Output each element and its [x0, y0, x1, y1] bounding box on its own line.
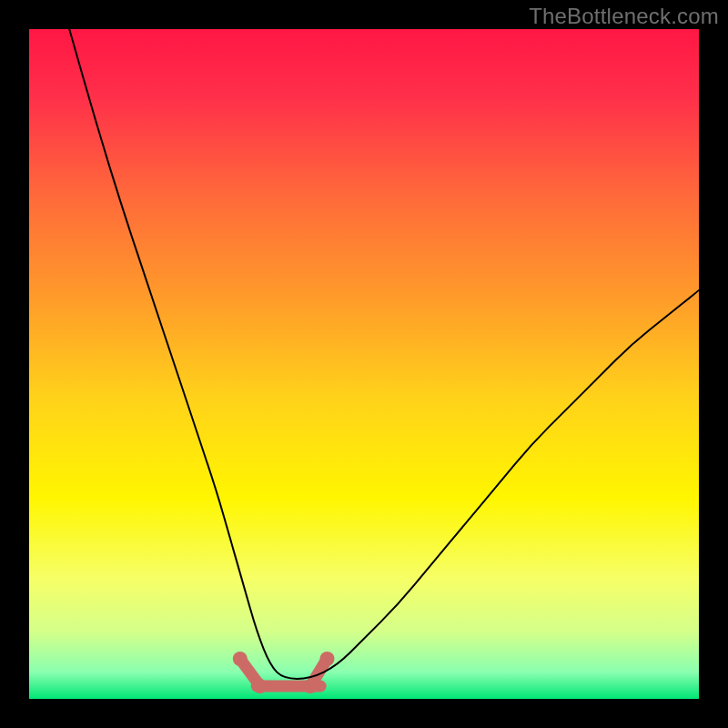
- outer-frame: TheBottleneck.com: [0, 0, 728, 728]
- chart-svg: [29, 29, 699, 699]
- plot-area: [29, 29, 699, 699]
- watermark-text: TheBottleneck.com: [529, 4, 719, 29]
- gradient-background: [29, 29, 699, 699]
